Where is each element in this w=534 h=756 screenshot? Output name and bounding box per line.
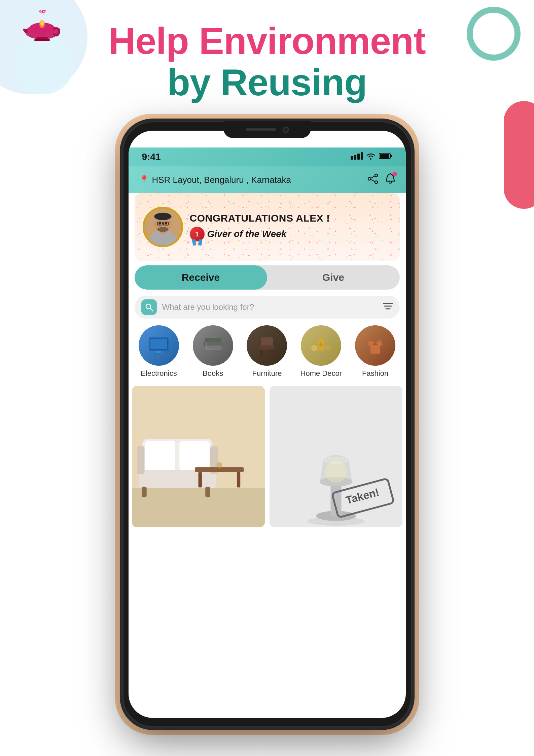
- tab-give[interactable]: Give: [267, 265, 400, 290]
- status-time: 9:41: [142, 152, 161, 162]
- location-bar: 📍 HSR Layout, Bengaluru , Karnataka: [129, 166, 406, 193]
- svg-rect-50: [271, 350, 274, 356]
- svg-rect-38: [150, 339, 167, 349]
- category-furniture-label: Furniture: [252, 369, 282, 378]
- category-home-decor-label: Home Decor: [300, 369, 342, 378]
- wifi-icon: [366, 152, 376, 162]
- category-furniture[interactable]: Furniture: [243, 325, 290, 378]
- notification-bell-icon[interactable]: [385, 173, 396, 187]
- svg-rect-18: [389, 181, 392, 183]
- avatar: [143, 207, 183, 247]
- svg-line-32: [150, 308, 153, 311]
- tab-bar: Receive Give: [135, 265, 400, 290]
- svg-rect-11: [380, 154, 389, 158]
- notification-dot: [392, 172, 397, 176]
- search-bar[interactable]: What are you looking for?: [135, 296, 400, 319]
- svg-rect-46: [205, 338, 221, 342]
- tab-receive[interactable]: Receive: [135, 265, 267, 290]
- lamp-icon: [20, 10, 64, 52]
- svg-rect-48: [259, 346, 274, 350]
- category-fashion-label: Fashion: [362, 369, 388, 378]
- svg-point-24: [154, 213, 171, 220]
- svg-rect-58: [145, 441, 175, 471]
- phone-screen: 9:41: [129, 131, 406, 718]
- svg-rect-3: [34, 39, 50, 41]
- location-pin-icon: 📍: [139, 175, 149, 185]
- category-electronics-label: Electronics: [141, 369, 177, 378]
- svg-rect-44: [204, 346, 222, 349]
- medal-rank: 1: [195, 230, 199, 238]
- product-card-lamp[interactable]: Taken!: [270, 386, 402, 527]
- category-home-decor[interactable]: Home Decor: [297, 325, 345, 378]
- congrats-title: CONGRATULATIONS ALEX !: [190, 212, 392, 224]
- furniture-image: [132, 386, 265, 527]
- congrats-text-area: CONGRATULATIONS ALEX ! 1 Giver of the We…: [190, 212, 392, 241]
- header-area: Help Environment by Reusing: [0, 20, 534, 103]
- category-books-icon: [193, 325, 233, 366]
- categories-row: Electronics: [132, 325, 402, 378]
- lamp-image: Taken!: [270, 386, 402, 527]
- svg-rect-64: [205, 487, 210, 497]
- category-furniture-icon: [247, 325, 287, 366]
- congrats-banner: CONGRATULATIONS ALEX ! 1 Giver of the We…: [135, 193, 400, 261]
- category-home-decor-icon: [301, 325, 341, 366]
- category-electronics[interactable]: Electronics: [135, 325, 182, 378]
- svg-rect-59: [179, 441, 209, 471]
- svg-rect-49: [260, 350, 263, 356]
- giver-label: Giver of the Week: [207, 229, 287, 239]
- status-bar: 9:41: [129, 147, 406, 166]
- category-books-label: Books: [203, 369, 223, 378]
- svg-point-13: [375, 174, 378, 177]
- phone-wrapper: 9:41: [122, 121, 412, 727]
- svg-point-53: [311, 345, 317, 351]
- svg-point-75: [325, 461, 347, 483]
- signal-icon: [351, 152, 363, 162]
- medal-badge: 1: [190, 227, 205, 241]
- category-fashion-icon: [355, 325, 395, 366]
- svg-rect-6: [351, 156, 353, 160]
- filter-icon[interactable]: [383, 302, 393, 313]
- share-icon[interactable]: [367, 173, 378, 187]
- search-placeholder-text: What are you looking for?: [162, 302, 378, 312]
- phone-notch: [223, 121, 311, 138]
- notch-speaker: [246, 128, 276, 131]
- location-actions: [367, 173, 396, 187]
- svg-point-30: [157, 227, 168, 232]
- svg-point-26: [165, 222, 167, 224]
- search-icon: [141, 299, 157, 315]
- svg-rect-40: [153, 353, 165, 355]
- svg-point-14: [368, 177, 371, 180]
- notch-camera: [283, 127, 289, 133]
- svg-rect-8: [357, 154, 360, 160]
- svg-line-16: [371, 176, 375, 178]
- status-icons: [351, 152, 392, 162]
- category-books[interactable]: Books: [189, 325, 237, 378]
- svg-point-25: [158, 222, 161, 224]
- svg-rect-65: [195, 467, 244, 472]
- location-text: 📍 HSR Layout, Bengaluru , Karnataka: [139, 175, 291, 185]
- svg-rect-47: [261, 337, 273, 347]
- svg-rect-9: [361, 152, 363, 160]
- phone-outer: 9:41: [122, 121, 412, 727]
- svg-line-17: [371, 179, 375, 182]
- svg-point-52: [319, 343, 323, 347]
- svg-rect-67: [237, 472, 240, 488]
- svg-point-15: [375, 181, 378, 184]
- svg-rect-66: [198, 472, 202, 488]
- svg-rect-60: [139, 470, 216, 488]
- headline-line2: by Reusing: [0, 62, 534, 103]
- svg-rect-12: [391, 155, 392, 157]
- svg-point-5: [40, 21, 44, 26]
- product-card-furniture[interactable]: [132, 386, 265, 527]
- category-fashion[interactable]: Fashion: [352, 325, 399, 378]
- svg-rect-61: [137, 446, 144, 474]
- svg-point-54: [325, 345, 330, 350]
- svg-rect-55: [132, 488, 265, 527]
- deco-pink-arc: [504, 101, 534, 209]
- svg-point-68: [216, 462, 222, 468]
- headline-line1: Help Environment: [0, 20, 534, 62]
- product-grid: Taken!: [132, 386, 402, 527]
- svg-rect-7: [354, 155, 356, 160]
- battery-icon: [379, 153, 392, 161]
- svg-rect-63: [142, 487, 147, 497]
